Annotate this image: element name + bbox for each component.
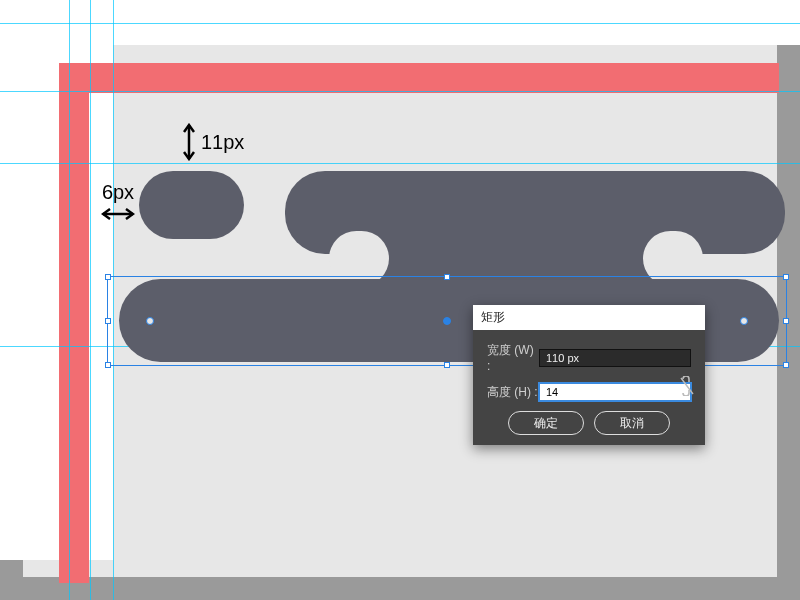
- svg-line-2: [681, 378, 693, 394]
- live-corner-widget[interactable]: [740, 317, 748, 325]
- cancel-button[interactable]: 取消: [594, 411, 670, 435]
- measure-horizontal-label: 6px: [102, 181, 134, 204]
- width-field-row: 宽度 (W) :: [487, 342, 691, 373]
- ruler-guide-horizontal[interactable]: [0, 91, 800, 92]
- ruler-guide-horizontal[interactable]: [0, 163, 800, 164]
- arrow-vertical-icon: [183, 123, 195, 161]
- rectangle-dialog[interactable]: 矩形 宽度 (W) : 高度 (H) : 确定 取消: [473, 305, 705, 445]
- ok-button[interactable]: 确定: [508, 411, 584, 435]
- ruler-guide-horizontal[interactable]: [0, 23, 800, 24]
- shape-notch: [329, 231, 389, 286]
- red-border-left: [59, 63, 89, 583]
- transform-handle[interactable]: [444, 274, 450, 280]
- height-field-row: 高度 (H) :: [487, 383, 691, 401]
- live-corner-widget[interactable]: [146, 317, 154, 325]
- dialog-buttons: 确定 取消: [487, 411, 691, 435]
- transform-handle[interactable]: [783, 318, 789, 324]
- ruler-guide-vertical[interactable]: [113, 0, 114, 600]
- measure-vertical-label: 11px: [201, 131, 244, 154]
- width-label: 宽度 (W) :: [487, 342, 539, 373]
- transform-handle[interactable]: [783, 362, 789, 368]
- red-border-top: [59, 63, 779, 93]
- constrain-proportions-icon[interactable]: [679, 376, 695, 399]
- ruler-guide-vertical[interactable]: [69, 0, 70, 600]
- shape-wide-pill[interactable]: [285, 171, 785, 254]
- center-anchor[interactable]: [443, 317, 451, 325]
- ruler-guide-vertical[interactable]: [90, 0, 91, 600]
- design-canvas[interactable]: 11px 6px 矩形 宽度 (W) : 高度 (H) :: [23, 23, 777, 577]
- measure-horizontal: 6px: [101, 181, 135, 220]
- dialog-body: 宽度 (W) : 高度 (H) : 确定 取消: [473, 330, 705, 445]
- shape-notch: [643, 231, 703, 286]
- width-input[interactable]: [539, 349, 691, 367]
- shape-connector[interactable]: [373, 223, 663, 293]
- transform-handle[interactable]: [444, 362, 450, 368]
- height-label: 高度 (H) :: [487, 384, 539, 401]
- height-input[interactable]: [539, 383, 691, 401]
- transform-handle[interactable]: [783, 274, 789, 280]
- shape-small-pill[interactable]: [139, 171, 244, 239]
- measure-vertical: 11px: [183, 123, 244, 161]
- dialog-title[interactable]: 矩形: [473, 305, 705, 330]
- arrow-horizontal-icon: [101, 208, 135, 220]
